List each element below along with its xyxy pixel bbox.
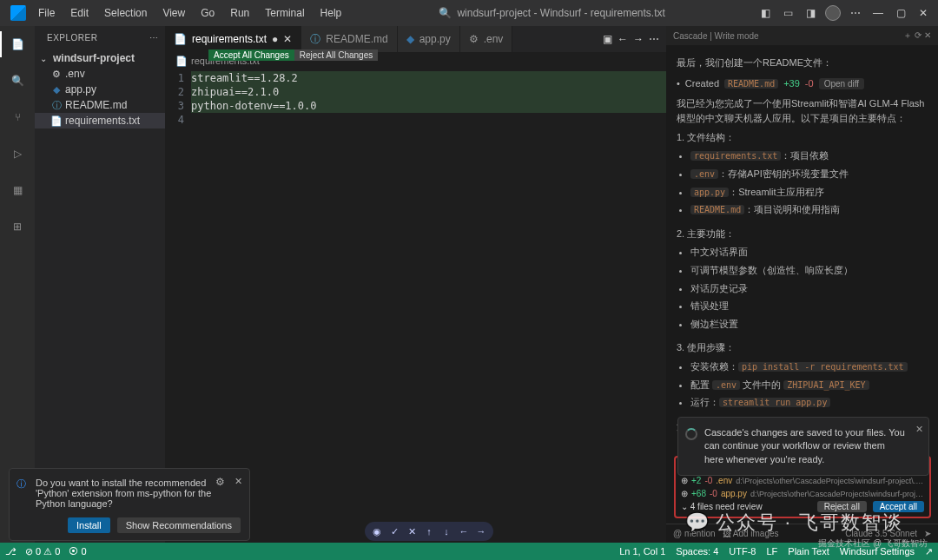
watermark-sub: 掘金技术社区 @ 飞哥数智坊 [818,537,928,550]
title-bar: File Edit Selection View Go Run Terminal… [0,0,938,26]
open-diff-button[interactable]: Open diff [819,78,864,89]
eol[interactable]: LF [766,546,777,557]
remote-icon[interactable]: ⎇ [5,546,17,557]
mention-icon[interactable]: @ mention [673,529,716,538]
refresh-icon[interactable]: ⟳ [915,30,921,40]
tab-requirements[interactable]: 📄 requirements.txt ● ✕ [165,26,301,52]
play-icon[interactable]: ◉ [370,524,384,538]
minimize-icon[interactable]: — [869,3,888,23]
menu-terminal[interactable]: Terminal [258,3,311,23]
change-row[interactable]: ⊕ +2-0 .env d:\Projects\other\CascadePro… [679,474,926,487]
cascade-title: Cascade | Write mode [673,31,759,41]
expand-icon[interactable]: ⊕ [681,476,688,485]
encoding[interactable]: UTF-8 [729,546,756,557]
layout-sidebar-icon[interactable]: ◧ [756,3,775,23]
menu-help[interactable]: Help [314,3,349,23]
section-list: requirements.txt：项目依赖 .env：存储API密钥的环境变量文… [690,148,928,217]
tab-label: .env [484,33,504,45]
settings-icon[interactable]: ⋯ [846,3,865,23]
extensions-icon[interactable]: ▦ [4,177,30,203]
close-panel-icon[interactable]: ✕ [924,30,931,40]
close-tab-icon[interactable]: ✕ [283,33,292,45]
file-icon: ◆ [50,84,63,96]
more-icon[interactable]: ⋯ [149,33,159,43]
cursor-position[interactable]: Ln 1, Col 1 [619,546,665,557]
tab-env[interactable]: ⚙ .env [460,26,513,52]
file-item-readme[interactable]: ⓘ README.md [35,97,165,113]
title-right: ◧ ▭ ◨ ⋯ — ▢ ✕ [756,3,933,23]
close-icon[interactable]: ✕ [914,3,933,23]
cascade-activity-icon[interactable]: ⊞ [4,214,30,240]
reject-all-button[interactable]: Reject All Changes [294,49,379,61]
more-icon[interactable]: ⋯ [649,33,659,45]
close-notification-icon[interactable]: ✕ [915,423,923,436]
layout-sidebar-right-icon[interactable]: ◨ [801,3,820,23]
search-activity-icon[interactable]: 🔍 [4,68,30,94]
tab-label: app.py [419,33,451,45]
status-ports[interactable]: ⦿ 0 [69,546,86,557]
created-row: • Created README.md +39 -0 Open diff [677,78,928,89]
accept-all-button[interactable]: Accept All Changes [208,49,294,61]
show-recommendations-button[interactable]: Show Recommendations [117,517,241,533]
close-popup-icon[interactable]: ✕ [234,476,242,487]
up-icon[interactable]: ↑ [422,524,436,538]
tab-label: README.md [326,33,387,45]
add-images-button[interactable]: 🖼 Add images [723,529,779,538]
file-icon: 📄 [174,33,187,45]
floating-toolbar[interactable]: ◉ ✓ ✕ ↑ ↓ ← → [365,522,493,541]
file-item-requirements[interactable]: 📄 requirements.txt [35,113,165,128]
tab-app[interactable]: ◆ app.py [398,26,460,52]
accept-all-button[interactable]: Accept all [873,501,924,512]
right-icon[interactable]: → [474,524,488,538]
explorer-label: Explorer [47,33,97,43]
tab-readme[interactable]: ⓘ README.md [301,26,397,52]
file-item-env[interactable]: ⚙ .env [35,66,165,82]
changes-footer: ⌄ 4 files need review Reject all Accept … [679,500,926,513]
menu-file[interactable]: File [31,3,62,23]
sidebar: Explorer ⋯ ⌄ windsurf-project ⚙ .env ◆ a… [35,26,165,543]
maximize-icon[interactable]: ▢ [891,3,910,23]
source-control-icon[interactable]: ⑂ [4,104,30,130]
file-name: app.py [65,83,96,96]
status-errors[interactable]: ⊘ 0 ⚠ 0 [25,546,60,557]
notification-toast: Cascade's changes are saved to your file… [677,417,929,476]
compare-icon[interactable]: ▣ [603,33,612,45]
new-chat-icon[interactable]: ＋ [903,30,912,40]
explorer-icon[interactable]: 📄 [4,31,30,57]
gear-icon[interactable]: ⚙ [215,476,225,488]
prev-icon[interactable]: ← [618,33,628,45]
menu-selection[interactable]: Selection [97,3,154,23]
layout-panel-icon[interactable]: ▭ [778,3,797,23]
menu-run[interactable]: Run [223,3,256,23]
file-item-app[interactable]: ◆ app.py [35,82,165,97]
menu-view[interactable]: View [155,3,192,23]
change-row[interactable]: ⊕ +68-0 app.py d:\Projects\other\Cascade… [679,487,926,500]
layout-full-icon[interactable] [823,3,842,23]
file-icon: 📄 [50,115,63,127]
tab-label: requirements.txt [192,33,267,45]
reject-all-button[interactable]: Reject all [817,501,867,512]
left-icon[interactable]: ← [457,524,471,538]
file-icon: 📄 [175,56,188,67]
x-icon[interactable]: ✕ [405,524,419,538]
section-list: 中文对话界面 可调节模型参数（创造性、响应长度） 对话历史记录 错误处理 侧边栏… [690,245,928,332]
sidebar-header: Explorer ⋯ [35,26,165,49]
section-heading: 1. 文件结构： [677,130,928,146]
install-button[interactable]: Install [68,517,110,533]
down-icon[interactable]: ↓ [439,524,453,538]
indentation[interactable]: Spaces: 4 [676,546,718,557]
menu-go[interactable]: Go [194,3,221,23]
file-name: README.md [65,99,127,111]
spinner-icon [685,428,697,440]
code-editor[interactable]: 1234 streamlit==1.28.2 zhipuai==2.1.0 py… [165,69,666,127]
expand-icon[interactable]: ⊕ [681,489,688,498]
menu-edit[interactable]: Edit [63,3,96,23]
check-icon[interactable]: ✓ [387,524,401,538]
run-debug-icon[interactable]: ▷ [4,141,30,167]
activity-bar: 📄 🔍 ⑂ ▷ ▦ ⊞ [0,26,35,543]
file-icon: ◆ [406,33,414,45]
changes-summary: ⌄ 4 files need review [681,502,763,511]
next-icon[interactable]: → [633,33,644,45]
root-folder[interactable]: ⌄ windsurf-project [35,50,165,66]
title-center[interactable]: 🔍 windsurf-project - Windsurf - requirem… [348,7,756,19]
